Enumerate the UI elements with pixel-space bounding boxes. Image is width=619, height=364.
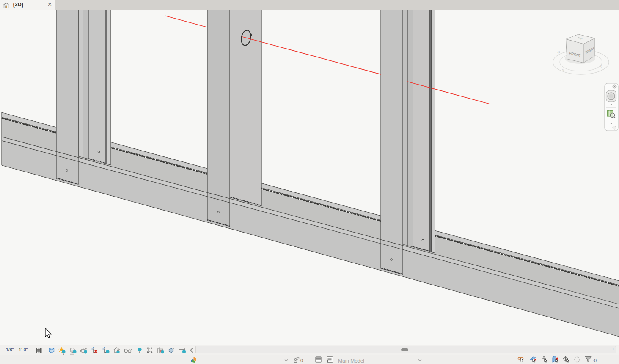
svg-text:Main Model: Main Model — [338, 358, 364, 364]
svg-text::0: :0 — [299, 358, 303, 363]
svg-text::0: :0 — [593, 358, 597, 363]
